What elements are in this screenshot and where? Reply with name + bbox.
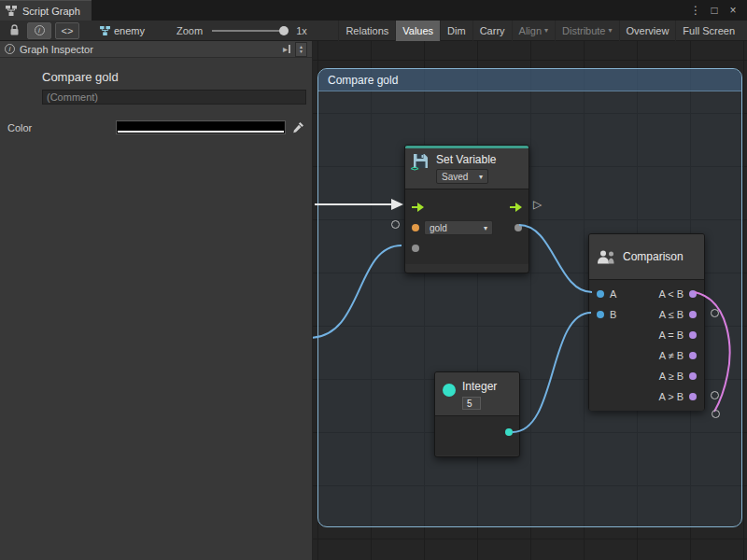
- flow-in-arrow-icon[interactable]: [412, 203, 424, 212]
- graph-toolbar: i <> enemy Zoom 1x Relations Values Dim …: [0, 21, 747, 41]
- out-label: A ≥ B: [659, 371, 684, 382]
- script-graph-icon: [6, 6, 17, 16]
- out-label: A > B: [658, 391, 684, 402]
- input-b-label: B: [610, 309, 616, 320]
- spin-down-icon[interactable]: ▼: [299, 49, 303, 54]
- carry-button[interactable]: Carry: [472, 21, 512, 41]
- maximize-icon[interactable]: □: [705, 4, 724, 17]
- chevron-down-icon: ▾: [609, 26, 613, 35]
- main-area: i Graph Inspector ▸ ▲ ▼ Compare gold Col…: [0, 41, 747, 560]
- value-in-row: [405, 238, 529, 259]
- tab-script-graph[interactable]: Script Graph: [0, 0, 92, 21]
- integer-header: Integer 5: [435, 372, 519, 415]
- variable-kind-dropdown[interactable]: Saved ▾: [436, 169, 488, 184]
- eyedropper-icon[interactable]: [292, 121, 304, 133]
- window-controls: ⋮ □ ×: [686, 0, 747, 21]
- graph-inspector-panel: i Graph Inspector ▸ ▲ ▼ Compare gold Col…: [0, 41, 313, 560]
- unconnected-port[interactable]: [711, 391, 719, 399]
- value-in-port[interactable]: [412, 245, 419, 252]
- graph-name-label: enemy: [114, 25, 145, 36]
- save-variable-icon: <>: [413, 153, 430, 170]
- group-title: Compare gold: [328, 74, 398, 87]
- window-menu-icon[interactable]: ⋮: [686, 4, 705, 17]
- zoom-slider-handle[interactable]: [279, 26, 289, 35]
- input-a-port[interactable]: [597, 290, 604, 298]
- input-b-port[interactable]: [597, 311, 604, 318]
- flow-port-row: [405, 197, 529, 217]
- align-button[interactable]: Align ▾: [512, 21, 555, 41]
- graph-canvas[interactable]: Compare gold <>: [313, 41, 747, 560]
- flow-out-triangle-icon[interactable]: ▷: [533, 199, 542, 210]
- integer-icon: [443, 384, 456, 397]
- comment-input[interactable]: [42, 90, 306, 105]
- info-icon: i: [35, 25, 45, 35]
- out-port[interactable]: [689, 331, 697, 339]
- out-port[interactable]: [689, 372, 697, 380]
- unity-script-graph-window: Script Graph ⋮ □ × i <>: [0, 0, 747, 560]
- comparison-icon: [598, 250, 616, 264]
- distribute-button[interactable]: Distribute ▾: [555, 21, 618, 41]
- overview-button[interactable]: Overview: [619, 21, 676, 41]
- unconnected-port[interactable]: [391, 220, 400, 229]
- node-title: Set Variable: [436, 153, 496, 166]
- value-out-port[interactable]: [514, 224, 522, 231]
- zoom-label: Zoom: [176, 25, 203, 36]
- zoom-value: 1x: [296, 25, 307, 36]
- integer-value-field[interactable]: 5: [462, 397, 481, 410]
- titlebar: Script Graph ⋮ □ ×: [0, 0, 747, 21]
- graph-asset-icon: [100, 26, 110, 35]
- node-title: Integer: [462, 380, 497, 393]
- flow-out-arrow-icon[interactable]: [510, 203, 522, 212]
- comparison-row: A ≠ B: [589, 345, 704, 366]
- out-label: A < B: [658, 288, 684, 300]
- out-port[interactable]: [689, 290, 697, 298]
- color-label: Color: [7, 122, 117, 133]
- out-label: A ≤ B: [659, 309, 684, 320]
- fullscreen-button[interactable]: Full Screen: [675, 21, 741, 41]
- node-title: Comparison: [623, 250, 684, 263]
- color-swatch[interactable]: [117, 121, 285, 133]
- comparison-ports: A A < B B A ≤ B A = B A ≠ B: [589, 279, 704, 411]
- comparison-row: A = B: [589, 325, 704, 345]
- chevron-down-icon: ▾: [479, 173, 483, 181]
- inspector-header-title: Graph Inspector: [20, 44, 93, 55]
- lock-icon[interactable]: [6, 22, 23, 39]
- integer-ports: [435, 415, 519, 455]
- graph-title-heading: Compare gold: [42, 70, 312, 84]
- out-label: A ≠ B: [659, 350, 684, 361]
- panel-spinner[interactable]: ▲ ▼: [295, 42, 307, 57]
- variable-name-dropdown[interactable]: gold ▾: [424, 220, 493, 235]
- node-set-variable[interactable]: <> Set Variable Saved ▾: [404, 145, 529, 273]
- info-icon: i: [5, 44, 15, 54]
- integer-out-port[interactable]: [505, 428, 513, 436]
- tab-label: Script Graph: [22, 6, 80, 17]
- node-comparison[interactable]: Comparison A A < B B A ≤ B A = B: [588, 233, 705, 411]
- group-header[interactable]: Compare gold: [318, 69, 741, 91]
- zoom-slider-track: [212, 30, 287, 32]
- variable-name-row: gold ▾: [405, 217, 529, 238]
- inspector-header: i Graph Inspector ▸ ▲ ▼: [0, 41, 312, 58]
- out-port[interactable]: [689, 311, 697, 318]
- set-variable-ports: gold ▾: [405, 189, 529, 264]
- variable-name-port[interactable]: [412, 224, 419, 231]
- values-button[interactable]: Values: [395, 21, 440, 41]
- close-icon[interactable]: ×: [724, 4, 742, 17]
- code-view-button[interactable]: <>: [55, 22, 79, 39]
- comparison-header: Comparison: [589, 234, 704, 279]
- chevron-down-icon: ▾: [484, 224, 487, 232]
- relations-button[interactable]: Relations: [338, 21, 395, 41]
- zoom-slider[interactable]: [212, 26, 287, 35]
- unconnected-port[interactable]: [712, 410, 720, 418]
- comparison-row: B A ≤ B: [589, 304, 704, 325]
- dock-toggle-icon[interactable]: ▸: [283, 44, 290, 54]
- out-port[interactable]: [689, 352, 697, 359]
- unconnected-port[interactable]: [711, 309, 719, 317]
- graph-breadcrumb[interactable]: enemy: [100, 25, 145, 36]
- alpha-bar: [118, 131, 284, 133]
- comparison-row: A > B: [589, 386, 704, 407]
- inspector-toggle-button[interactable]: i: [27, 22, 51, 39]
- dim-button[interactable]: Dim: [440, 21, 472, 41]
- node-integer[interactable]: Integer 5: [434, 371, 520, 457]
- code-icon: <>: [62, 25, 74, 36]
- out-port[interactable]: [689, 393, 697, 400]
